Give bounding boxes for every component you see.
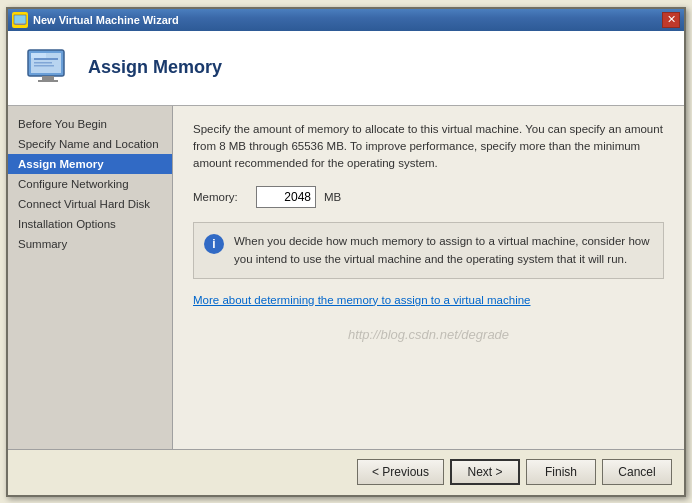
svg-rect-9 (34, 62, 52, 64)
memory-row: Memory: MB (193, 186, 664, 208)
svg-rect-6 (38, 80, 58, 82)
svg-rect-0 (14, 15, 26, 24)
sidebar-item[interactable]: Summary (8, 234, 172, 254)
memory-help-link[interactable]: More about determining the memory to ass… (193, 294, 531, 306)
svg-rect-2 (15, 24, 25, 25)
svg-rect-7 (31, 53, 46, 58)
sidebar-item[interactable]: Connect Virtual Hard Disk (8, 194, 172, 214)
close-button[interactable]: ✕ (662, 12, 680, 28)
main-content: Specify the amount of memory to allocate… (173, 106, 684, 449)
cancel-button[interactable]: Cancel (602, 459, 672, 485)
svg-rect-5 (42, 76, 54, 80)
memory-label: Memory: (193, 191, 248, 203)
svg-rect-8 (34, 58, 58, 60)
finish-button[interactable]: Finish (526, 459, 596, 485)
memory-input[interactable] (256, 186, 316, 208)
next-button[interactable]: Next > (450, 459, 520, 485)
sidebar: Before You BeginSpecify Name and Locatio… (8, 106, 173, 449)
sidebar-item[interactable]: Installation Options (8, 214, 172, 234)
info-icon: i (204, 234, 224, 254)
footer: < Previous Next > Finish Cancel (8, 449, 684, 495)
title-bar-left: New Virtual Machine Wizard (12, 12, 179, 28)
sidebar-item[interactable]: Before You Begin (8, 114, 172, 134)
title-bar: New Virtual Machine Wizard ✕ (8, 9, 684, 31)
info-box: i When you decide how much memory to ass… (193, 222, 664, 279)
svg-rect-10 (34, 65, 54, 67)
content-area: Before You BeginSpecify Name and Locatio… (8, 106, 684, 449)
previous-button[interactable]: < Previous (357, 459, 444, 485)
sidebar-item[interactable]: Configure Networking (8, 174, 172, 194)
wizard-window: New Virtual Machine Wizard ✕ Assign Memo… (6, 7, 686, 497)
header-title: Assign Memory (88, 57, 222, 78)
info-text: When you decide how much memory to assig… (234, 233, 653, 268)
sidebar-item[interactable]: Specify Name and Location (8, 134, 172, 154)
window-title: New Virtual Machine Wizard (33, 14, 179, 26)
app-icon (12, 12, 28, 28)
header-panel: Assign Memory (8, 31, 684, 106)
description-text: Specify the amount of memory to allocate… (193, 121, 664, 173)
watermark: http://blog.csdn.net/degrade (193, 327, 664, 342)
memory-unit: MB (324, 191, 341, 203)
sidebar-item[interactable]: Assign Memory (8, 154, 172, 174)
header-icon (23, 43, 73, 93)
